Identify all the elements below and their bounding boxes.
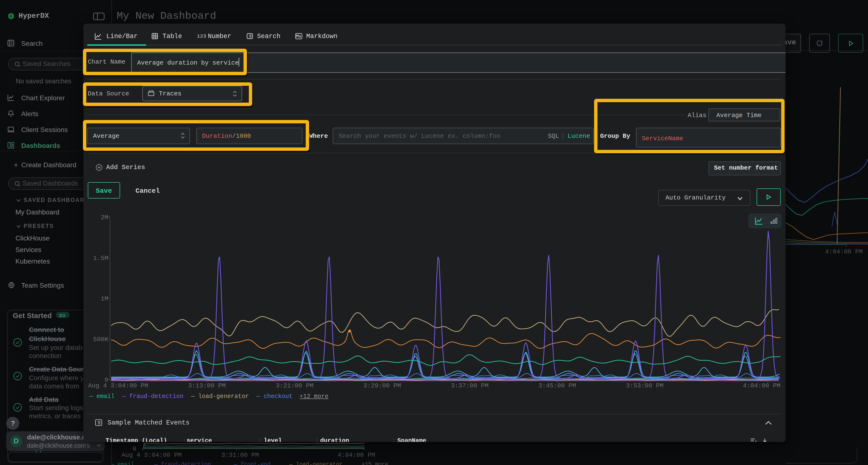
svg-text:Aug 4 3:04:00 PM: Aug 4 3:04:00 PM — [88, 382, 148, 389]
svg-text:4:04:00 PM: 4:04:00 PM — [338, 452, 375, 459]
svg-text:3:13:00 PM: 3:13:00 PM — [188, 382, 225, 389]
svg-text:1M: 1M — [100, 295, 108, 302]
svg-text:4:04:00 PM: 4:04:00 PM — [743, 382, 780, 389]
svg-text:Aug 4 3:04:00 PM: Aug 4 3:04:00 PM — [122, 452, 182, 459]
svg-text:3:37:00 PM: 3:37:00 PM — [451, 382, 488, 389]
svg-text:— front-end: — front-end — [234, 461, 271, 465]
svg-text:2M: 2M — [100, 214, 108, 221]
svg-text:3:29:00 PM: 3:29:00 PM — [363, 382, 401, 389]
svg-text:+15 more: +15 more — [362, 461, 388, 465]
svg-text:— email: — email — [111, 461, 134, 465]
svg-text:3:45:00 PM: 3:45:00 PM — [538, 382, 576, 389]
svg-text:500K: 500K — [93, 336, 108, 343]
svg-text:4:04:00 PM: 4:04:00 PM — [825, 248, 863, 255]
svg-text:3:53:00 PM: 3:53:00 PM — [626, 382, 663, 389]
svg-text:— fraud-detection: — fraud-detection — [154, 461, 211, 465]
svg-text:— load-generator: — load-generator — [289, 461, 343, 465]
svg-text:1.5M: 1.5M — [93, 255, 108, 262]
svg-text:3:21:00 PM: 3:21:00 PM — [276, 382, 313, 389]
svg-text:3:31:00 PM: 3:31:00 PM — [221, 452, 259, 459]
